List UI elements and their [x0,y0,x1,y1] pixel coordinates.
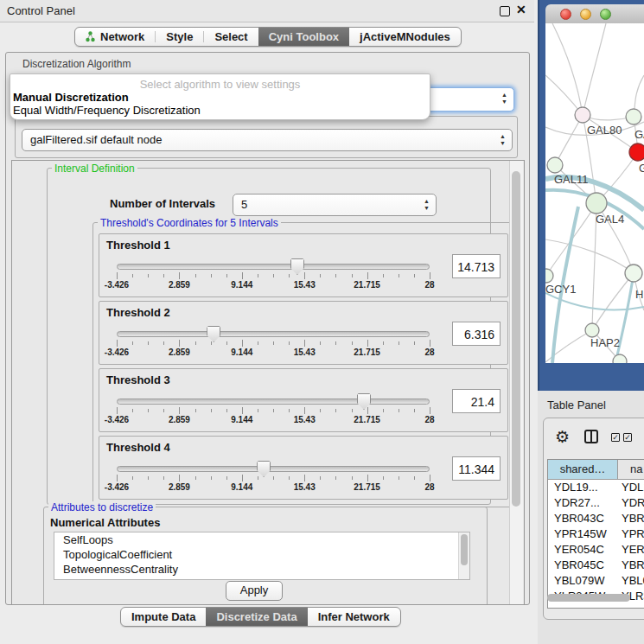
close-icon[interactable]: ✕ [516,3,526,16]
threshold-1-slider[interactable]: -3.426 2.859 9.144 15.43 21.715 28 [117,258,430,293]
tick-label: 15.43 [294,415,316,424]
combo-stepper-icon: ▲▼ [500,133,506,147]
threshold-4-value-field[interactable]: 11.344 [452,456,501,481]
tick-label: 15.43 [294,348,316,357]
slider-track[interactable] [117,466,430,472]
attributes-group-title: Attributes to discretize [48,501,156,513]
slider-track[interactable] [117,331,430,337]
threshold-1-value-field[interactable]: 14.713 [452,254,501,278]
scrollbar-thumb[interactable] [512,171,520,507]
tab-cyni-toolbox[interactable]: Cyni Toolbox [258,28,349,46]
node [626,109,641,124]
tick-label: 15.43 [294,280,316,290]
table-row[interactable]: YER054C YER0 [548,542,644,558]
tick-label: 28 [424,348,434,357]
gear-icon[interactable]: ⚙ [555,429,570,445]
table-row[interactable]: YDR27... YDR2 [548,495,644,511]
tab-network[interactable]: Network [75,28,155,46]
threshold-4-slider[interactable]: -3.426 2.859 9.144 15.43 21.715 28 [117,461,430,495]
slider-ticks [117,475,430,481]
tick-label: 2.859 [169,482,190,492]
table-row[interactable]: YBR043C YBR0 [548,511,644,526]
node-hap2 [585,323,599,337]
checkbox-icon[interactable]: ✓ [611,433,620,442]
node-gal11 [547,157,563,173]
node-label: H [635,288,643,301]
threshold-3-value-field[interactable]: 21.4 [452,389,501,413]
column-header-shared-name[interactable]: shared… [548,460,618,479]
network-window-titlebar [545,4,644,24]
tab-style[interactable]: Style [156,28,203,46]
split-pane-icon[interactable] [584,430,598,443]
list-scrollbar[interactable] [458,532,469,579]
cell: YBL079W [554,573,605,589]
node-label: HAP2 [590,336,620,349]
tick-label: -3.426 [105,415,129,424]
tab-jactivemnodules[interactable]: jActiveMNodules [349,28,461,46]
threshold-2-value-field[interactable]: 6.316 [452,322,501,346]
cell: YDL1 [622,480,644,495]
cell: YBR043C [554,511,604,526]
network-node-labels: GAL80 GAL11 GAL4 GCY1 HAP2 GA H G [545,124,644,349]
close-traffic-light-icon[interactable] [560,9,571,20]
tab-impute-data[interactable]: Impute Data [121,608,206,626]
node-label: GCY1 [545,283,576,296]
tab-select[interactable]: Select [204,28,258,46]
tick-label: 21.715 [354,348,380,357]
apply-button[interactable]: Apply [226,581,283,601]
zoom-traffic-light-icon[interactable] [600,9,611,20]
table-panel: ⚙ ✓ ✓ shared… na YDL19... YDL1 YDR27... … [543,418,644,620]
slider-ticks [117,340,430,347]
number-of-intervals-combobox[interactable]: 5 ▲▼ [233,194,437,216]
slider-track[interactable] [117,264,430,270]
slider-tick-labels: -3.426 2.859 9.144 15.43 21.715 28 [117,415,430,425]
tick-label: 28 [424,415,434,424]
table-row[interactable]: YIL052C YIL0 [548,604,644,609]
tab-discretize-data[interactable]: Discretize Data [206,608,307,626]
slider-ticks [117,407,430,414]
threshold-2-slider[interactable]: -3.426 2.859 9.144 15.43 21.715 28 [117,326,430,360]
dropdown-option-equal-width-frequency[interactable]: Equal Width/Frequency Discretization [13,104,201,117]
horizontal-scrollbar[interactable] [547,594,630,602]
list-item[interactable]: SelfLoops [54,532,469,547]
slider-ticks [117,272,430,279]
cell: YIL0 [622,604,644,609]
slider-tick-labels: -3.426 2.859 9.144 15.43 21.715 28 [117,348,430,358]
tick-label: 21.715 [354,415,380,424]
cell: YER0 [622,542,644,558]
table-data-selected-value: galFiltered.sif default node [30,133,162,146]
dropdown-option-manual-discretization[interactable]: Manual Discretization [13,91,129,104]
tick-label: 2.859 [169,280,190,290]
cell: YPR145W [554,526,607,542]
network-canvas[interactable]: GAL80 GAL11 GAL4 GCY1 HAP2 GA H G [545,23,644,363]
minimize-traffic-light-icon[interactable] [580,9,591,20]
dropdown-hint: Select algorithm to view settings [10,78,430,91]
table-row[interactable]: YBL079W YBL0 [548,573,644,589]
vertical-scrollbar[interactable] [509,161,523,604]
tab-infer-network[interactable]: Infer Network [308,608,400,626]
table-row[interactable]: YDL19... YDL1 [548,480,644,495]
interval-definition-group-title: Interval Definition [52,163,137,175]
tick-label: 9.144 [231,348,252,357]
tick-label: -3.426 [105,348,129,357]
tick-label: -3.426 [105,280,129,290]
node-label: G [639,162,644,175]
checkbox-icon[interactable]: ✓ [623,433,632,442]
list-item[interactable]: BetweennessCentrality [54,562,469,577]
node-attribute-table: shared… na YDL19... YDL1 YDR27... YDR2 Y… [547,459,644,609]
cell: YDR27... [554,495,600,511]
cell: YBL0 [622,573,644,589]
float-window-icon[interactable] [500,6,510,16]
slider-tick-labels: -3.426 2.859 9.144 15.43 21.715 28 [117,482,430,493]
tick-label: 9.144 [231,280,252,290]
slider-track[interactable] [117,399,430,405]
table-data-combobox[interactable]: galFiltered.sif default node ▲▼ [22,129,513,151]
threshold-2-label: Threshold 2 [106,306,170,319]
threshold-3-slider[interactable]: -3.426 2.859 9.144 15.43 21.715 28 [117,393,430,428]
table-row[interactable]: YBR045C YBR0 [548,558,644,573]
table-row[interactable]: YPR145W YPR1 [548,526,644,542]
column-header-name[interactable]: na [630,460,642,479]
cell: YDL19... [554,480,598,495]
cell: YPR1 [622,526,644,542]
list-item[interactable]: TopologicalCoefficient [54,547,469,562]
